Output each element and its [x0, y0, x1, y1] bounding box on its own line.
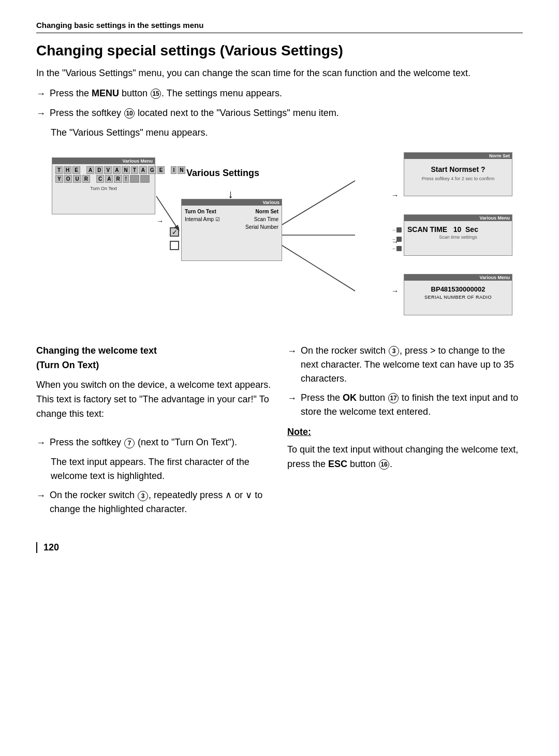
- diagram: Various Menu T H E A D V A N T A G E I N: [36, 152, 523, 328]
- two-column-section: Changing the welcome text(Turn On Text) …: [36, 344, 523, 521]
- left-step-1-indent: The text input appears. The first charac…: [51, 455, 272, 483]
- page-title: Changing special settings (Various Setti…: [36, 42, 523, 59]
- note-label: Note:: [287, 425, 523, 440]
- left-step-2: → On the rocker switch 3, repeatedly pre…: [36, 488, 272, 516]
- step-2-text: Press the softkey 10 located next to the…: [50, 106, 523, 120]
- left-column: Changing the welcome text(Turn On Text) …: [36, 344, 272, 521]
- circle-15: 15: [151, 89, 161, 99]
- left-to-center-arrow: →: [156, 217, 164, 225]
- step-1-text: Press the MENU button 15. The settings m…: [50, 86, 523, 100]
- circle-3-left: 3: [138, 491, 148, 501]
- note-text: To quit the text input without changing …: [287, 443, 523, 472]
- circle-7: 7: [124, 438, 135, 448]
- left-col-body: When you switch on the device, a welcome…: [36, 378, 272, 421]
- center-to-scan-arrow: →: [391, 238, 399, 246]
- center-to-serial-arrow: →: [391, 287, 399, 295]
- right-step-2-text: Press the OK button 17 to finish the tex…: [301, 391, 523, 419]
- screen-left-content: T H E A D V A N T A G E I N Y O U: [52, 164, 155, 193]
- svg-line-1: [282, 181, 355, 225]
- screen-center-content: Turn On TextNorm Set Internal Amp ☑Scan …: [182, 206, 282, 233]
- circle-10: 10: [124, 108, 135, 119]
- screen-scan-time: Various Menu SCAN TIME 10 Sec Scan time …: [404, 214, 512, 256]
- svg-line-3: [282, 245, 355, 291]
- right-step-2: → Press the OK button 17 to finish the t…: [287, 391, 523, 419]
- screen-various-menu-left: Various Menu T H E A D V A N T A G E I N: [52, 157, 155, 214]
- left-step-1: → Press the softkey 7 (next to "Turn On …: [36, 435, 272, 450]
- screen-norm-content: Start Normset ? Press softkey 4 for 2 se…: [404, 159, 512, 183]
- right-step-1-arrow: →: [287, 344, 297, 358]
- left-step-2-text: On the rocker switch 3, repeatedly press…: [50, 488, 272, 516]
- screen-norm-set: Norm Set Start Normset ? Press softkey 4…: [404, 152, 512, 196]
- breadcrumb: Changing basic settings in the settings …: [36, 21, 523, 33]
- circle-3-right: 3: [389, 346, 399, 356]
- arrow-icon-2: →: [36, 107, 46, 121]
- screen-center-header: Various: [182, 199, 282, 206]
- various-settings-label: Various Settings: [186, 168, 259, 179]
- right-step-1-text: On the rocker switch 3, press > to chang…: [301, 344, 523, 386]
- left-step-1-text: Press the softkey 7 (next to "Turn On Te…: [50, 435, 272, 449]
- screen-serial-header: Various Menu: [404, 274, 512, 281]
- screen-scan-header: Various Menu: [404, 215, 512, 221]
- right-step-1: → On the rocker switch 3, press > to cha…: [287, 344, 523, 386]
- arrow-icon-1: →: [36, 87, 46, 101]
- circle-17: 17: [388, 393, 399, 403]
- screen-center-various: Various Turn On TextNorm Set Internal Am…: [181, 199, 282, 261]
- right-step-2-arrow: →: [287, 391, 297, 405]
- left-col-heading: Changing the welcome text(Turn On Text): [36, 344, 272, 373]
- screen-serial-number: Various Menu BP481530000002 SERIAL NUMBE…: [404, 274, 512, 315]
- circle-16: 16: [379, 459, 389, 470]
- after-steps-text: The "Various Settings" menu appears.: [51, 126, 523, 140]
- checkbox-area: ✓: [170, 227, 179, 250]
- checkbox-checked: ✓: [170, 227, 179, 237]
- checkbox-unchecked: [170, 241, 179, 250]
- center-to-norm-arrow: →: [391, 191, 399, 199]
- screen-norm-header: Norm Set: [404, 153, 512, 159]
- intro-text: In the "Various Settings" menu, you can …: [36, 66, 523, 80]
- screen-left-header: Various Menu: [52, 158, 155, 164]
- page-number: 120: [36, 542, 523, 553]
- right-column: → On the rocker switch 3, press > to cha…: [287, 344, 523, 521]
- left-step-1-arrow: →: [36, 436, 46, 450]
- step-2: → Press the softkey 10 located next to t…: [36, 106, 523, 121]
- screen-scan-content: SCAN TIME 10 Sec Scan time settings: [404, 221, 512, 242]
- step-1: → Press the MENU button 15. The settings…: [36, 86, 523, 101]
- left-step-2-arrow: →: [36, 489, 46, 503]
- screen-serial-content: BP481530000002 SERIAL NUMBER OF RADIO: [404, 281, 512, 302]
